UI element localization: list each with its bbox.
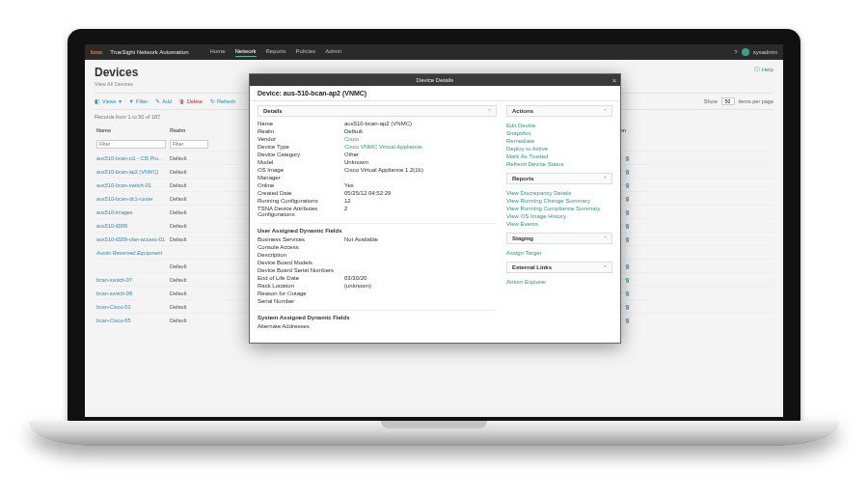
help-icon[interactable]: ?	[734, 49, 737, 55]
actions-panel-head[interactable]: Actions˄	[506, 105, 612, 117]
col-realm[interactable]: Realm	[170, 127, 208, 133]
field-value: 03/30/20	[344, 275, 497, 281]
device-name-link[interactable]: aus510-bcan-dc1-router	[96, 196, 166, 202]
field-value	[344, 298, 497, 304]
report-link[interactable]: View Events	[506, 221, 612, 227]
field-label: Rack Location	[258, 283, 344, 289]
help-link[interactable]: ⓘ Help	[754, 66, 773, 74]
device-name-link[interactable]: aus510-images	[96, 209, 166, 215]
device-name-link[interactable]: Austin Reserved Equipment	[96, 250, 166, 256]
field-value: Yes	[344, 182, 497, 188]
action-link[interactable]: Mark As Trusted	[506, 153, 612, 159]
field-label: Console Access	[258, 244, 344, 250]
field-value: Not Available	[344, 236, 497, 242]
modal-titlebar[interactable]: Device Details ×	[250, 74, 620, 86]
delete-icon[interactable]: 🗑	[625, 290, 631, 296]
delete-icon[interactable]: 🗑	[625, 318, 631, 323]
delete-icon[interactable]: 🗑	[625, 277, 631, 283]
report-link[interactable]: View Discrepancy Details	[506, 190, 612, 196]
device-name-link[interactable]: aus510-6509	[96, 223, 166, 229]
action-link[interactable]: Refresh Device Status	[506, 161, 612, 167]
device-realm: Default	[170, 236, 208, 242]
field-value: 05/25/12 04:52:29	[344, 190, 497, 196]
device-name-link[interactable]: bcan-Cisco-05	[96, 318, 166, 323]
sys-fields-heading: System Assigned Dynamic Fields	[258, 310, 497, 320]
delete-button[interactable]: 🗑 Delete	[179, 98, 203, 104]
report-link[interactable]: View Running Compliance Summary	[506, 206, 612, 211]
device-realm: Default	[170, 277, 208, 283]
field-label: OS Image	[258, 167, 344, 173]
nav-home[interactable]: Home	[210, 48, 226, 57]
field-value: (unknown)	[344, 283, 497, 289]
delete-icon[interactable]: 🗑	[625, 209, 631, 215]
external-panel-head[interactable]: External Links˄	[506, 262, 612, 273]
device-name-link[interactable]: aus510-bcan-ap2 (VNMC)	[96, 169, 166, 175]
chevron-up-icon: ˄	[604, 176, 607, 182]
nav-policies[interactable]: Policies	[296, 48, 316, 57]
field-value	[344, 244, 497, 250]
delete-icon[interactable]: 🗑	[625, 155, 631, 161]
delete-icon[interactable]: 🗑	[625, 304, 631, 310]
device-realm: Default	[170, 223, 208, 229]
refresh-button[interactable]: ↻ Refresh	[210, 98, 235, 104]
field-value: 12	[344, 198, 497, 204]
nav-admin[interactable]: Admin	[325, 48, 341, 57]
device-realm: Default	[170, 263, 208, 269]
pager-input[interactable]	[721, 97, 735, 105]
device-details-modal: Device Details × Device: aus-510-bcan-ap…	[249, 73, 621, 344]
col-name[interactable]: Name	[96, 127, 166, 133]
delete-icon[interactable]: 🗑	[625, 169, 631, 175]
field-label: Description	[258, 252, 344, 258]
details-section[interactable]: Details˄	[258, 105, 497, 117]
field-label: Name	[258, 121, 344, 126]
device-name-link[interactable]: bcan-switch-08	[96, 290, 166, 296]
field-value	[344, 290, 497, 296]
name-filter[interactable]	[96, 140, 166, 149]
device-name-link[interactable]: aus510-6509-vlan-access-01	[96, 236, 166, 242]
action-link[interactable]: Deploy to Active	[506, 146, 612, 152]
external-link[interactable]: Atrium Explorer	[506, 279, 612, 285]
reports-panel-head[interactable]: Reports˄	[506, 173, 612, 184]
staging-link[interactable]: Assign Target	[506, 250, 612, 256]
delete-icon[interactable]: 🗑	[625, 223, 631, 229]
field-value	[344, 252, 497, 258]
username[interactable]: sysadmin	[753, 49, 777, 55]
device-name-link[interactable]: aus510-bcan-switch-01	[96, 182, 166, 188]
delete-icon[interactable]: 🗑	[625, 236, 631, 242]
action-link[interactable]: Edit Device	[506, 123, 612, 128]
delete-icon[interactable]: 🗑	[625, 182, 631, 188]
avatar[interactable]	[742, 48, 749, 56]
delete-icon[interactable]: 🗑	[625, 263, 631, 269]
nav-network[interactable]: Network	[235, 48, 257, 57]
action-link[interactable]: Remediate	[506, 138, 612, 144]
report-link[interactable]: View OS Image History	[506, 213, 612, 219]
device-name-link[interactable]: bcan-Cisco-01	[96, 304, 166, 310]
add-button[interactable]: ✎ Add	[155, 98, 172, 104]
device-name-link[interactable]: bcan-switch-07	[96, 277, 166, 283]
nav-items: Home Network Reports Policies Admin	[210, 48, 342, 57]
realm-filter[interactable]	[170, 140, 208, 149]
staging-panel-head[interactable]: Staging˄	[506, 233, 612, 244]
laptop-base	[29, 421, 839, 446]
device-realm: Default	[170, 304, 208, 310]
chevron-up-icon: ˄	[604, 108, 607, 115]
report-link[interactable]: View Running Change Summary	[506, 198, 612, 204]
delete-icon[interactable]: 🗑	[625, 196, 631, 202]
action-link[interactable]: Snapshot	[506, 130, 612, 136]
field-label: Online	[258, 182, 344, 188]
views-button[interactable]: ◧ Views ▾	[95, 98, 122, 104]
pager-show-label: Show	[704, 98, 718, 104]
nav-reports[interactable]: Reports	[266, 48, 286, 57]
device-name-link[interactable]: aus510-bcan-ci1 - CI5 Production Router	[96, 155, 166, 161]
field-value	[344, 175, 497, 180]
app-title: TrueSight Network Automation	[110, 49, 188, 55]
field-label: Running Configurations	[258, 198, 344, 204]
field-label: Serial Number	[258, 298, 344, 304]
filter-button[interactable]: ▼ Filter	[129, 98, 149, 104]
field-value: Cisco Virtual Appliance 1.2(1b)	[344, 167, 497, 173]
chevron-up-icon: ˄	[604, 235, 607, 242]
field-value[interactable]: Cisco VNMC Virtual Appliance	[344, 144, 497, 150]
device-realm: Default	[170, 318, 208, 323]
close-icon[interactable]: ×	[612, 77, 616, 84]
field-value[interactable]: Cisco	[344, 136, 497, 142]
